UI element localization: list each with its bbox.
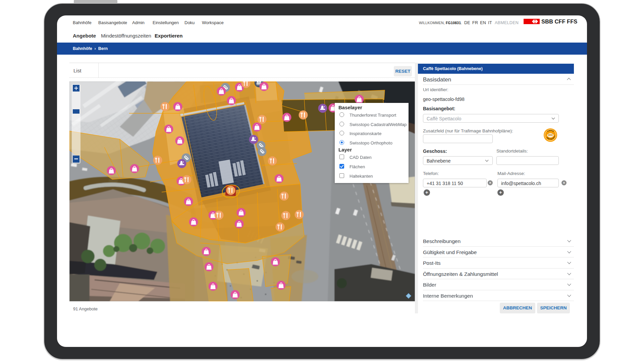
svg-text:SBB CFF FFS: SBB CFF FFS (541, 19, 577, 24)
